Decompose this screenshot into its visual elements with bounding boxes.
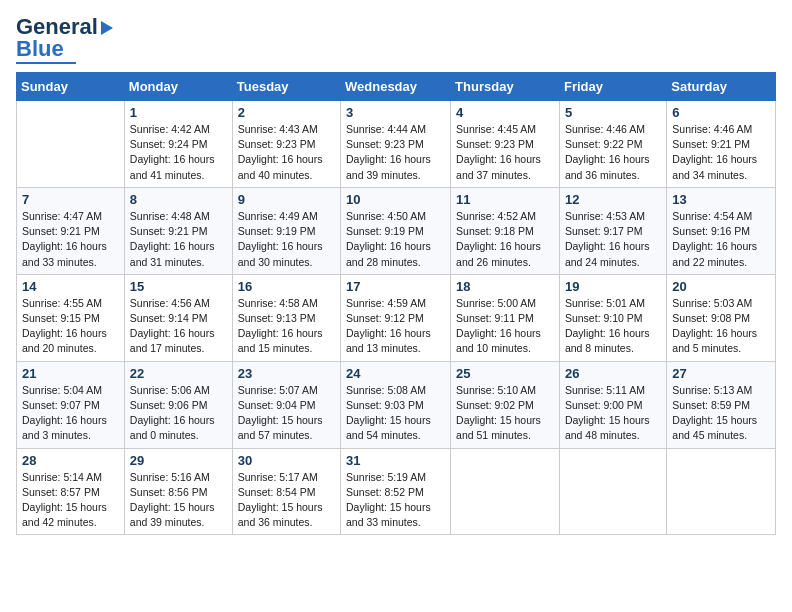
day-number: 12 [565, 192, 661, 207]
day-info: Sunrise: 4:43 AMSunset: 9:23 PMDaylight:… [238, 122, 335, 183]
calendar-week-row: 7Sunrise: 4:47 AMSunset: 9:21 PMDaylight… [17, 187, 776, 274]
day-number: 2 [238, 105, 335, 120]
calendar-cell: 9Sunrise: 4:49 AMSunset: 9:19 PMDaylight… [232, 187, 340, 274]
calendar-cell: 20Sunrise: 5:03 AMSunset: 9:08 PMDayligh… [667, 274, 776, 361]
day-number: 27 [672, 366, 770, 381]
day-number: 16 [238, 279, 335, 294]
calendar-cell: 17Sunrise: 4:59 AMSunset: 9:12 PMDayligh… [341, 274, 451, 361]
day-number: 21 [22, 366, 119, 381]
day-info: Sunrise: 5:14 AMSunset: 8:57 PMDaylight:… [22, 470, 119, 531]
calendar-cell: 5Sunrise: 4:46 AMSunset: 9:22 PMDaylight… [559, 101, 666, 188]
day-info: Sunrise: 4:54 AMSunset: 9:16 PMDaylight:… [672, 209, 770, 270]
calendar-cell: 26Sunrise: 5:11 AMSunset: 9:00 PMDayligh… [559, 361, 666, 448]
day-number: 4 [456, 105, 554, 120]
calendar-cell: 8Sunrise: 4:48 AMSunset: 9:21 PMDaylight… [124, 187, 232, 274]
day-info: Sunrise: 4:52 AMSunset: 9:18 PMDaylight:… [456, 209, 554, 270]
calendar-week-row: 28Sunrise: 5:14 AMSunset: 8:57 PMDayligh… [17, 448, 776, 535]
day-number: 7 [22, 192, 119, 207]
day-number: 28 [22, 453, 119, 468]
calendar-cell: 29Sunrise: 5:16 AMSunset: 8:56 PMDayligh… [124, 448, 232, 535]
calendar-cell: 25Sunrise: 5:10 AMSunset: 9:02 PMDayligh… [451, 361, 560, 448]
weekday-header: Sunday [17, 73, 125, 101]
day-number: 6 [672, 105, 770, 120]
day-info: Sunrise: 5:01 AMSunset: 9:10 PMDaylight:… [565, 296, 661, 357]
weekday-header: Saturday [667, 73, 776, 101]
calendar-cell: 16Sunrise: 4:58 AMSunset: 9:13 PMDayligh… [232, 274, 340, 361]
day-info: Sunrise: 4:56 AMSunset: 9:14 PMDaylight:… [130, 296, 227, 357]
day-info: Sunrise: 4:44 AMSunset: 9:23 PMDaylight:… [346, 122, 445, 183]
day-info: Sunrise: 4:53 AMSunset: 9:17 PMDaylight:… [565, 209, 661, 270]
day-number: 29 [130, 453, 227, 468]
calendar-header-row: SundayMondayTuesdayWednesdayThursdayFrid… [17, 73, 776, 101]
calendar-cell: 11Sunrise: 4:52 AMSunset: 9:18 PMDayligh… [451, 187, 560, 274]
day-number: 20 [672, 279, 770, 294]
day-info: Sunrise: 5:03 AMSunset: 9:08 PMDaylight:… [672, 296, 770, 357]
calendar-cell: 14Sunrise: 4:55 AMSunset: 9:15 PMDayligh… [17, 274, 125, 361]
logo-text-blue: Blue [16, 38, 64, 60]
day-number: 18 [456, 279, 554, 294]
page-header: General Blue [16, 16, 776, 64]
day-number: 17 [346, 279, 445, 294]
day-info: Sunrise: 4:58 AMSunset: 9:13 PMDaylight:… [238, 296, 335, 357]
calendar-cell [559, 448, 666, 535]
day-info: Sunrise: 5:06 AMSunset: 9:06 PMDaylight:… [130, 383, 227, 444]
day-number: 11 [456, 192, 554, 207]
day-number: 3 [346, 105, 445, 120]
day-info: Sunrise: 5:07 AMSunset: 9:04 PMDaylight:… [238, 383, 335, 444]
day-info: Sunrise: 5:17 AMSunset: 8:54 PMDaylight:… [238, 470, 335, 531]
weekday-header: Thursday [451, 73, 560, 101]
day-info: Sunrise: 4:49 AMSunset: 9:19 PMDaylight:… [238, 209, 335, 270]
day-info: Sunrise: 5:04 AMSunset: 9:07 PMDaylight:… [22, 383, 119, 444]
calendar-cell: 21Sunrise: 5:04 AMSunset: 9:07 PMDayligh… [17, 361, 125, 448]
calendar-cell: 1Sunrise: 4:42 AMSunset: 9:24 PMDaylight… [124, 101, 232, 188]
calendar-cell: 30Sunrise: 5:17 AMSunset: 8:54 PMDayligh… [232, 448, 340, 535]
day-number: 8 [130, 192, 227, 207]
day-info: Sunrise: 5:16 AMSunset: 8:56 PMDaylight:… [130, 470, 227, 531]
day-info: Sunrise: 4:46 AMSunset: 9:22 PMDaylight:… [565, 122, 661, 183]
weekday-header: Tuesday [232, 73, 340, 101]
day-info: Sunrise: 4:59 AMSunset: 9:12 PMDaylight:… [346, 296, 445, 357]
calendar-cell [667, 448, 776, 535]
weekday-header: Monday [124, 73, 232, 101]
day-number: 14 [22, 279, 119, 294]
calendar-cell: 27Sunrise: 5:13 AMSunset: 8:59 PMDayligh… [667, 361, 776, 448]
logo-underline [16, 62, 76, 64]
day-info: Sunrise: 4:47 AMSunset: 9:21 PMDaylight:… [22, 209, 119, 270]
day-number: 1 [130, 105, 227, 120]
day-number: 26 [565, 366, 661, 381]
calendar-cell: 10Sunrise: 4:50 AMSunset: 9:19 PMDayligh… [341, 187, 451, 274]
calendar-cell: 12Sunrise: 4:53 AMSunset: 9:17 PMDayligh… [559, 187, 666, 274]
day-number: 5 [565, 105, 661, 120]
weekday-header: Friday [559, 73, 666, 101]
calendar-week-row: 21Sunrise: 5:04 AMSunset: 9:07 PMDayligh… [17, 361, 776, 448]
calendar-cell: 13Sunrise: 4:54 AMSunset: 9:16 PMDayligh… [667, 187, 776, 274]
day-number: 23 [238, 366, 335, 381]
day-number: 15 [130, 279, 227, 294]
day-number: 13 [672, 192, 770, 207]
calendar-cell: 2Sunrise: 4:43 AMSunset: 9:23 PMDaylight… [232, 101, 340, 188]
day-info: Sunrise: 5:00 AMSunset: 9:11 PMDaylight:… [456, 296, 554, 357]
day-info: Sunrise: 4:46 AMSunset: 9:21 PMDaylight:… [672, 122, 770, 183]
calendar-cell [17, 101, 125, 188]
day-number: 9 [238, 192, 335, 207]
calendar-cell: 7Sunrise: 4:47 AMSunset: 9:21 PMDaylight… [17, 187, 125, 274]
day-number: 24 [346, 366, 445, 381]
calendar-cell: 22Sunrise: 5:06 AMSunset: 9:06 PMDayligh… [124, 361, 232, 448]
day-number: 25 [456, 366, 554, 381]
calendar-cell: 15Sunrise: 4:56 AMSunset: 9:14 PMDayligh… [124, 274, 232, 361]
calendar-week-row: 1Sunrise: 4:42 AMSunset: 9:24 PMDaylight… [17, 101, 776, 188]
calendar-cell: 23Sunrise: 5:07 AMSunset: 9:04 PMDayligh… [232, 361, 340, 448]
calendar-cell: 3Sunrise: 4:44 AMSunset: 9:23 PMDaylight… [341, 101, 451, 188]
day-info: Sunrise: 4:48 AMSunset: 9:21 PMDaylight:… [130, 209, 227, 270]
calendar-cell: 31Sunrise: 5:19 AMSunset: 8:52 PMDayligh… [341, 448, 451, 535]
calendar-cell: 6Sunrise: 4:46 AMSunset: 9:21 PMDaylight… [667, 101, 776, 188]
day-number: 10 [346, 192, 445, 207]
day-info: Sunrise: 5:19 AMSunset: 8:52 PMDaylight:… [346, 470, 445, 531]
calendar-cell: 19Sunrise: 5:01 AMSunset: 9:10 PMDayligh… [559, 274, 666, 361]
day-info: Sunrise: 4:50 AMSunset: 9:19 PMDaylight:… [346, 209, 445, 270]
day-info: Sunrise: 4:45 AMSunset: 9:23 PMDaylight:… [456, 122, 554, 183]
calendar-cell [451, 448, 560, 535]
calendar-cell: 28Sunrise: 5:14 AMSunset: 8:57 PMDayligh… [17, 448, 125, 535]
calendar-cell: 18Sunrise: 5:00 AMSunset: 9:11 PMDayligh… [451, 274, 560, 361]
calendar-cell: 4Sunrise: 4:45 AMSunset: 9:23 PMDaylight… [451, 101, 560, 188]
